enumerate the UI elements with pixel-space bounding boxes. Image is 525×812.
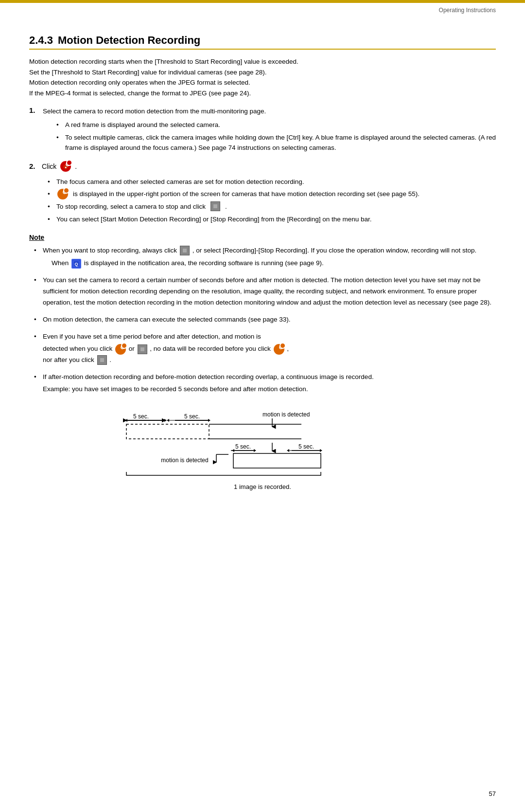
note-bullet-4-content: Even if you have set a time period befor… bbox=[43, 331, 289, 366]
intro-line-1: Motion detection recording starts when t… bbox=[29, 58, 298, 65]
motion-orange-icon-2 bbox=[115, 344, 126, 355]
svg-point-11 bbox=[118, 347, 123, 352]
svg-point-16 bbox=[280, 346, 282, 349]
intro-line-2: Set the [Threshold to Start Recording] v… bbox=[29, 69, 267, 76]
step-2-bullet-4: You can select [Start Motion Detection R… bbox=[48, 214, 496, 225]
step-2-line: 2. Click ● . bbox=[29, 161, 496, 172]
svg-marker-47 bbox=[254, 449, 256, 452]
step-2-bullets: The focus camera and other selected came… bbox=[48, 177, 496, 225]
step-1-bullet-1-text: A red frame is displayed around the sele… bbox=[65, 120, 220, 130]
page-number: 57 bbox=[489, 790, 496, 797]
note-bullet-2-text: You can set the camera to record a certa… bbox=[43, 275, 496, 308]
step-2-bullet-3-period: . bbox=[225, 201, 227, 212]
svg-point-15 bbox=[277, 347, 281, 352]
svg-rect-35 bbox=[233, 453, 321, 468]
note-section: Note When you want to stop recording, al… bbox=[29, 234, 496, 395]
step-2-text-before: Click bbox=[42, 162, 56, 170]
motion-record-icon: ● bbox=[60, 161, 71, 172]
svg-rect-8 bbox=[183, 249, 187, 253]
note-bullet-1-content: When you want to stop recording, always … bbox=[43, 245, 476, 270]
step-2-text-after: . bbox=[75, 162, 77, 170]
svg-marker-50 bbox=[320, 449, 322, 452]
header-label: Operating Instructions bbox=[439, 7, 496, 14]
svg-marker-46 bbox=[232, 449, 234, 452]
svg-marker-43 bbox=[167, 419, 169, 422]
svg-rect-27 bbox=[126, 424, 209, 439]
step-2-number: 2. bbox=[29, 162, 39, 170]
svg-text:5 sec.: 5 sec. bbox=[184, 413, 200, 420]
stop-icon-note4 bbox=[138, 344, 147, 354]
step-1-bullets: A red frame is displayed around the sele… bbox=[56, 120, 496, 153]
intro-paragraph: Motion detection recording starts when t… bbox=[29, 56, 496, 98]
stop-icon-note1 bbox=[180, 246, 190, 255]
note-bullet-3-text: On motion detection, the camera can exec… bbox=[43, 314, 291, 325]
step-2-bullet-3: To stop recording, select a camera to st… bbox=[48, 201, 496, 212]
stop-icon-note4b bbox=[97, 355, 107, 365]
svg-rect-18 bbox=[100, 358, 104, 362]
step-1-text: Select the camera to record motion detec… bbox=[43, 108, 266, 115]
motion-orange-icon-3 bbox=[274, 344, 284, 355]
step-1-bullet-2-text: To select multiple cameras, click the ca… bbox=[65, 132, 496, 153]
timeline-diagram: 5 sec. 5 sec. motion is detected 5 sec. … bbox=[122, 410, 403, 478]
svg-text:●: ● bbox=[65, 165, 67, 169]
step-2-bullet-1-text: The focus camera and other selected came… bbox=[56, 177, 304, 187]
intro-line-4: If the MPEG-4 format is selected, change… bbox=[29, 90, 251, 97]
section-number: 2.4.3 bbox=[29, 34, 53, 47]
svg-marker-40 bbox=[125, 419, 127, 422]
svg-marker-49 bbox=[287, 449, 289, 452]
note-bullet-5-content: If after-motion detection recording and … bbox=[43, 372, 374, 395]
intro-line-3: Motion detection recording only operates… bbox=[29, 79, 250, 86]
note-b1-text-before: When you want to stop recording, always … bbox=[43, 247, 179, 254]
note-bullets-list: When you want to stop recording, always … bbox=[34, 245, 496, 395]
section-title-text: Motion Detection Recording bbox=[58, 34, 200, 47]
stop-icon-inline bbox=[210, 201, 220, 211]
step-2-bullet-2-text: is displayed in the upper-right portion … bbox=[73, 189, 420, 199]
note-bullet-3: On motion detection, the camera can exec… bbox=[34, 314, 496, 325]
section-title: 2.4.3 Motion Detection Recording bbox=[29, 34, 496, 50]
timeline-caption: 1 image is recorded. bbox=[122, 483, 403, 490]
note-bullet-2: You can set the camera to record a certa… bbox=[34, 275, 496, 308]
svg-point-4 bbox=[63, 191, 66, 194]
svg-text:motion is detected: motion is detected bbox=[262, 411, 310, 418]
step-1-bullet-2: To select multiple cameras, click the ca… bbox=[56, 132, 496, 153]
svg-text:motion is detected: motion is detected bbox=[161, 457, 208, 464]
svg-text:5 sec.: 5 sec. bbox=[133, 413, 149, 420]
step-2-bullet-3-text: To stop recording, select a camera to st… bbox=[56, 201, 206, 212]
notify-icon: Q bbox=[71, 259, 81, 269]
note-b1-text-after: , or select [Recording]-[Stop Recording]… bbox=[192, 247, 477, 254]
note-bullet-4: Even if you have set a time period befor… bbox=[34, 331, 496, 366]
step-2-bullet-4-text: You can select [Start Motion Detection R… bbox=[56, 214, 372, 225]
svg-rect-14 bbox=[140, 347, 144, 351]
svg-rect-6 bbox=[213, 204, 217, 208]
top-accent-bar bbox=[0, 0, 525, 3]
svg-point-12 bbox=[121, 346, 124, 349]
step-1-bullet-1: A red frame is displayed around the sele… bbox=[56, 120, 496, 130]
note-bullet-1: When you want to stop recording, always … bbox=[34, 245, 496, 270]
svg-text:Q: Q bbox=[75, 262, 78, 267]
svg-marker-41 bbox=[164, 419, 167, 422]
timeline-svg: 5 sec. 5 sec. motion is detected 5 sec. … bbox=[122, 410, 403, 478]
note-bullet-5: If after-motion detection recording and … bbox=[34, 372, 496, 395]
step-1-content: Select the camera to record motion detec… bbox=[43, 106, 496, 156]
step-1: 1. Select the camera to record motion de… bbox=[29, 106, 496, 156]
svg-point-3 bbox=[60, 192, 65, 197]
step-1-number: 1. bbox=[29, 106, 39, 114]
note-b1-sub: When Q is displayed in the notification … bbox=[52, 258, 476, 269]
step-2-bullet-1: The focus camera and other selected came… bbox=[48, 177, 496, 187]
svg-marker-44 bbox=[208, 419, 210, 422]
svg-text:5 sec.: 5 sec. bbox=[235, 443, 251, 450]
note-title: Note bbox=[29, 234, 496, 241]
step-2-bullet-2: is displayed in the upper-right portion … bbox=[48, 189, 496, 199]
motion-orange-icon bbox=[57, 189, 68, 199]
svg-text:5 sec.: 5 sec. bbox=[298, 443, 314, 450]
